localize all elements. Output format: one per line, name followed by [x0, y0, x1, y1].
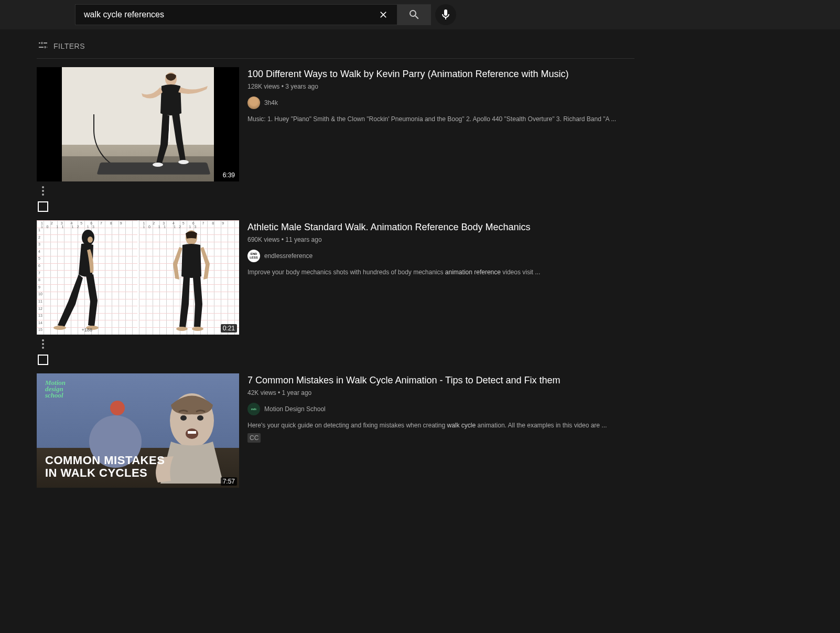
close-icon [378, 9, 389, 20]
svg-point-7 [88, 237, 93, 243]
frame-counter: +188 [82, 327, 92, 332]
video-title[interactable]: 100 Different Ways to Walk by Kevin Parr… [247, 67, 634, 81]
filters-button[interactable]: FILTERS [37, 34, 634, 59]
filters-icon [37, 39, 49, 53]
video-description: Here's your quick guide on detecting and… [247, 421, 634, 430]
svg-point-15 [42, 347, 44, 349]
results-content: FILTERS [0, 34, 671, 488]
search-container [75, 4, 456, 25]
video-result: Motion design school [37, 373, 634, 488]
microphone-icon [439, 8, 452, 21]
video-result: 1 2 3 4 5 6 7 8 9 10 11 12 13 1234567891… [37, 220, 634, 365]
svg-point-17 [180, 415, 187, 421]
search-button[interactable] [397, 4, 431, 25]
video-description: Music: 1. Huey "Piano" Smith & the Clown… [247, 114, 634, 124]
svg-point-18 [197, 415, 203, 421]
video-stats: 690K views • 11 years ago [247, 236, 634, 243]
svg-point-11 [176, 327, 188, 331]
video-title[interactable]: 7 Common Mistakes in Walk Cycle Animatio… [247, 373, 634, 387]
svg-point-4 [42, 190, 44, 192]
checkbox[interactable] [38, 355, 48, 365]
thumbnail-logo: Motion design school [45, 380, 66, 399]
svg-point-8 [53, 326, 66, 330]
svg-point-12 [192, 327, 203, 331]
channel-name: 3h4k [264, 99, 278, 106]
video-description: Improve your body mechanics shots with h… [247, 267, 634, 277]
svg-point-5 [42, 194, 44, 196]
video-stats: 42K views • 1 year ago [247, 389, 634, 396]
svg-rect-20 [188, 431, 196, 434]
svg-point-2 [178, 160, 189, 164]
svg-point-14 [42, 343, 44, 345]
video-result: 6:39 100 Different Ways to Walk by Kevin… [37, 67, 634, 212]
more-icon[interactable] [37, 338, 49, 350]
channel-link[interactable]: mds Motion Design School [247, 403, 634, 415]
svg-point-3 [42, 186, 44, 188]
search-input[interactable] [84, 5, 373, 25]
more-icon[interactable] [37, 185, 49, 197]
thumbnail-text: COMMON MISTAKESIN WALK CYCLES [45, 454, 165, 479]
filters-label: FILTERS [53, 42, 85, 50]
video-thumbnail[interactable]: Motion design school [37, 373, 239, 488]
svg-point-6 [82, 230, 94, 245]
video-duration: 0:21 [221, 324, 237, 332]
channel-name: Motion Design School [264, 405, 326, 413]
channel-name: endlessreference [264, 252, 313, 260]
svg-point-1 [153, 163, 163, 167]
svg-point-13 [42, 339, 44, 341]
clear-search-button[interactable] [373, 4, 394, 25]
video-duration: 7:57 [221, 477, 237, 486]
checkbox[interactable] [38, 201, 48, 212]
video-stats: 128K views • 3 years ago [247, 83, 634, 90]
video-thumbnail[interactable]: 6:39 [37, 67, 239, 181]
search-icon [408, 8, 421, 21]
channel-avatar: ENDLESS [247, 250, 260, 262]
cc-badge: CC [247, 433, 261, 443]
channel-avatar: mds [247, 403, 260, 415]
video-thumbnail[interactable]: 1 2 3 4 5 6 7 8 9 10 11 12 13 1234567891… [37, 220, 239, 335]
video-duration: 6:39 [221, 171, 237, 179]
video-title[interactable]: Athletic Male Standard Walk. Animation R… [247, 220, 634, 234]
search-box [75, 4, 397, 25]
voice-search-button[interactable] [435, 4, 456, 25]
channel-link[interactable]: ENDLESS endlessreference [247, 250, 634, 262]
channel-avatar [247, 96, 260, 109]
header [0, 0, 840, 29]
channel-link[interactable]: 3h4k [247, 96, 634, 109]
